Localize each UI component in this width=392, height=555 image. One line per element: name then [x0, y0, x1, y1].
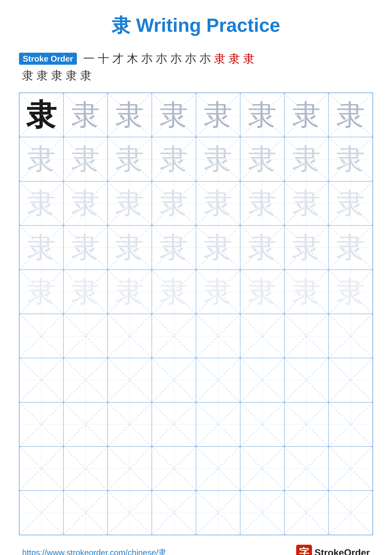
- grid-cell-10-8[interactable]: [328, 491, 373, 535]
- grid-cell-8-8[interactable]: [328, 402, 373, 446]
- grid-cell-7-7[interactable]: [284, 358, 328, 402]
- grid-cell-3-2[interactable]: 隶: [64, 181, 107, 226]
- grid-cell-10-6[interactable]: [240, 491, 284, 535]
- grid-cell-9-5[interactable]: [196, 446, 240, 491]
- grid-cell-7-8[interactable]: [328, 358, 373, 402]
- grid-cell-10-1[interactable]: [19, 491, 64, 535]
- grid-cell-4-5[interactable]: 隶: [196, 226, 240, 270]
- grid-cell-1-4[interactable]: 隶: [152, 93, 196, 137]
- grid-cell-1-8[interactable]: 隶: [328, 93, 373, 137]
- grid-cell-10-2[interactable]: [64, 491, 107, 535]
- grid-cell-8-2[interactable]: [64, 402, 107, 446]
- grid-cell-8-5[interactable]: [196, 402, 240, 446]
- grid-cell-4-7[interactable]: 隶: [284, 226, 328, 270]
- grid-cell-10-4[interactable]: [152, 491, 196, 535]
- svg-line-144: [20, 491, 63, 535]
- grid-cell-8-7[interactable]: [284, 402, 328, 446]
- grid-cell-10-5[interactable]: [196, 491, 240, 535]
- grid-cell-7-6[interactable]: [240, 358, 284, 402]
- grid-cell-4-6[interactable]: 隶: [240, 226, 284, 270]
- grid-cell-3-7[interactable]: 隶: [284, 181, 328, 226]
- grid-cell-5-3[interactable]: 隶: [108, 270, 152, 314]
- grid-cell-7-2[interactable]: [64, 358, 107, 402]
- svg-line-94: [329, 314, 372, 358]
- grid-cell-1-5[interactable]: 隶: [196, 93, 240, 137]
- grid-cell-2-1[interactable]: 隶: [19, 137, 64, 181]
- grid-cell-1-2[interactable]: 隶: [64, 93, 107, 137]
- grid-cell-9-6[interactable]: [240, 446, 284, 491]
- svg-line-145: [20, 491, 63, 535]
- practice-char-guide: 隶: [27, 189, 56, 218]
- grid-cell-6-2[interactable]: [64, 314, 107, 358]
- grid-cell-4-4[interactable]: 隶: [152, 226, 196, 270]
- grid-cell-4-1[interactable]: 隶: [19, 226, 64, 270]
- svg-line-129: [20, 447, 63, 490]
- grid-cell-6-4[interactable]: [152, 314, 196, 358]
- grid-cell-3-1[interactable]: 隶: [19, 181, 64, 226]
- grid-cell-8-4[interactable]: [152, 402, 196, 446]
- grid-cell-3-4[interactable]: 隶: [152, 181, 196, 226]
- grid-cell-5-6[interactable]: 隶: [240, 270, 284, 314]
- grid-cell-9-4[interactable]: [152, 446, 196, 491]
- practice-char-guide: 隶: [115, 145, 144, 173]
- grid-cell-9-8[interactable]: [328, 446, 373, 491]
- grid-cell-4-8[interactable]: 隶: [328, 226, 373, 270]
- grid-cell-1-3[interactable]: 隶: [108, 93, 152, 137]
- grid-cell-1-7[interactable]: 隶: [284, 93, 328, 137]
- grid-cell-2-4[interactable]: 隶: [152, 137, 196, 181]
- grid-cell-6-7[interactable]: [284, 314, 328, 358]
- grid-cell-9-1[interactable]: [19, 446, 64, 491]
- footer-brand-name: StrokeOrder: [314, 547, 370, 555]
- grid-cell-2-8[interactable]: 隶: [328, 137, 373, 181]
- grid-cell-2-6[interactable]: 隶: [240, 137, 284, 181]
- svg-line-155: [240, 491, 284, 535]
- grid-cell-8-1[interactable]: [19, 402, 64, 446]
- grid-cell-9-2[interactable]: [64, 446, 107, 491]
- title-character: 隶: [112, 15, 131, 36]
- grid-cell-2-5[interactable]: 隶: [196, 137, 240, 181]
- grid-cell-6-1[interactable]: [19, 314, 64, 358]
- grid-cell-4-3[interactable]: 隶: [108, 226, 152, 270]
- grid-cell-2-3[interactable]: 隶: [108, 137, 152, 181]
- svg-line-131: [64, 447, 107, 490]
- grid-cell-7-3[interactable]: [108, 358, 152, 402]
- grid-cell-2-7[interactable]: 隶: [284, 137, 328, 181]
- grid-cell-5-2[interactable]: 隶: [64, 270, 107, 314]
- grid-cell-10-7[interactable]: [284, 491, 328, 535]
- grid-cell-7-5[interactable]: [196, 358, 240, 402]
- practice-grid: 隶 隶 隶 隶 隶 隶 隶: [19, 93, 373, 535]
- grid-cell-1-6[interactable]: 隶: [240, 93, 284, 137]
- grid-cell-5-1[interactable]: 隶: [19, 270, 64, 314]
- svg-line-106: [240, 358, 284, 402]
- grid-cell-8-3[interactable]: [108, 402, 152, 446]
- svg-line-108: [285, 358, 328, 402]
- grid-cell-1-1[interactable]: 隶: [19, 93, 64, 137]
- grid-cell-3-3[interactable]: 隶: [108, 181, 152, 226]
- grid-cell-5-7[interactable]: 隶: [284, 270, 328, 314]
- practice-char-guide: 隶: [115, 101, 144, 129]
- svg-line-111: [329, 358, 372, 402]
- grid-cell-9-3[interactable]: [108, 446, 152, 491]
- grid-cell-5-4[interactable]: 隶: [152, 270, 196, 314]
- grid-cell-2-2[interactable]: 隶: [64, 137, 107, 181]
- grid-cell-8-6[interactable]: [240, 402, 284, 446]
- grid-cell-6-8[interactable]: [328, 314, 373, 358]
- grid-cell-9-7[interactable]: [284, 446, 328, 491]
- grid-cell-5-8[interactable]: 隶: [328, 270, 373, 314]
- grid-cell-3-8[interactable]: 隶: [328, 181, 373, 226]
- grid-cell-6-6[interactable]: [240, 314, 284, 358]
- grid-cell-6-5[interactable]: [196, 314, 240, 358]
- grid-cell-7-4[interactable]: [152, 358, 196, 402]
- grid-cell-5-5[interactable]: 隶: [196, 270, 240, 314]
- stroke-5: 朩: [141, 51, 153, 66]
- footer-url[interactable]: https://www.strokeorder.com/chinese/隶: [22, 547, 166, 555]
- grid-row-10: [19, 491, 373, 535]
- grid-cell-7-1[interactable]: [19, 358, 64, 402]
- stroke-order-section: Stroke Order 一 十 才 木 朩 朩 朩 朩 朩 隶 隶 隶 隶 隶…: [19, 51, 373, 83]
- grid-cell-3-5[interactable]: 隶: [196, 181, 240, 226]
- grid-cell-4-2[interactable]: 隶: [64, 226, 107, 270]
- grid-cell-6-3[interactable]: [108, 314, 152, 358]
- grid-row-2: 隶 隶 隶 隶 隶 隶 隶: [19, 137, 373, 181]
- grid-cell-3-6[interactable]: 隶: [240, 181, 284, 226]
- grid-cell-10-3[interactable]: [108, 491, 152, 535]
